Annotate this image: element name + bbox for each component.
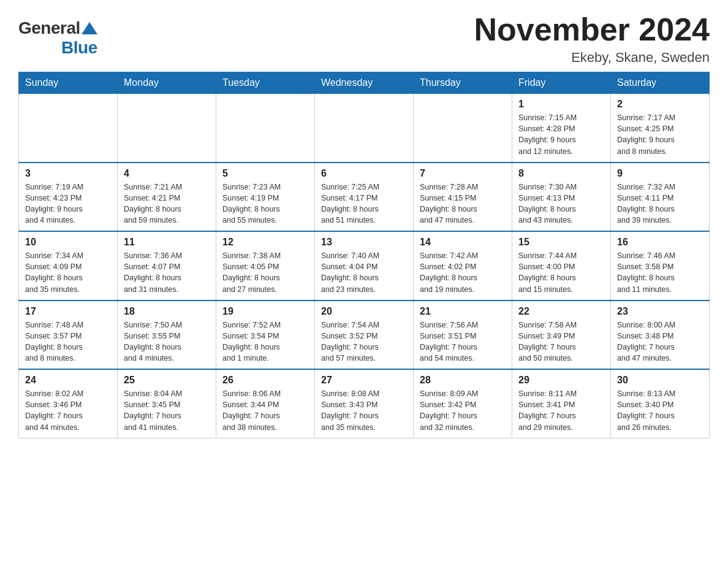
calendar-week-row: 17Sunrise: 7:48 AMSunset: 3:57 PMDayligh… [19, 301, 710, 370]
day-info: Sunrise: 7:25 AMSunset: 4:17 PMDaylight:… [321, 182, 407, 226]
day-info: Sunrise: 7:15 AMSunset: 4:28 PMDaylight:… [518, 112, 604, 157]
day-info: Sunrise: 7:52 AMSunset: 3:54 PMDaylight:… [222, 320, 308, 364]
table-row: 2Sunrise: 7:17 AMSunset: 4:25 PMDaylight… [611, 94, 710, 163]
table-row: 30Sunrise: 8:13 AMSunset: 3:40 PMDayligh… [611, 369, 710, 438]
logo-blue-text: Blue [61, 38, 97, 58]
day-info: Sunrise: 8:08 AMSunset: 3:43 PMDaylight:… [321, 388, 407, 433]
location-text: Ekeby, Skane, Sweden [474, 50, 710, 66]
table-row: 5Sunrise: 7:23 AMSunset: 4:19 PMDaylight… [216, 163, 315, 232]
page-header: General Blue November 2024 Ekeby, Skane,… [18, 12, 710, 66]
table-row: 20Sunrise: 7:54 AMSunset: 3:52 PMDayligh… [315, 301, 414, 370]
table-row: 23Sunrise: 8:00 AMSunset: 3:48 PMDayligh… [611, 301, 710, 370]
table-row: 27Sunrise: 8:08 AMSunset: 3:43 PMDayligh… [315, 369, 414, 438]
table-row: 21Sunrise: 7:56 AMSunset: 3:51 PMDayligh… [414, 301, 512, 370]
calendar-week-row: 10Sunrise: 7:34 AMSunset: 4:09 PMDayligh… [19, 231, 710, 301]
table-row: 17Sunrise: 7:48 AMSunset: 3:57 PMDayligh… [19, 301, 118, 370]
calendar-table: Sunday Monday Tuesday Wednesday Thursday… [18, 72, 710, 439]
day-number: 4 [124, 168, 210, 179]
day-number: 29 [518, 375, 604, 386]
table-row: 4Sunrise: 7:21 AMSunset: 4:21 PMDaylight… [118, 163, 216, 232]
header-sunday: Sunday [19, 72, 118, 94]
day-info: Sunrise: 8:00 AMSunset: 3:48 PMDaylight:… [617, 320, 703, 364]
table-row: 28Sunrise: 8:09 AMSunset: 3:42 PMDayligh… [414, 369, 512, 438]
day-number: 12 [222, 237, 308, 248]
day-number: 25 [124, 375, 210, 386]
calendar-header-row: Sunday Monday Tuesday Wednesday Thursday… [19, 72, 710, 94]
day-info: Sunrise: 7:54 AMSunset: 3:52 PMDaylight:… [321, 320, 407, 364]
day-info: Sunrise: 7:50 AMSunset: 3:55 PMDaylight:… [124, 320, 210, 364]
table-row: 19Sunrise: 7:52 AMSunset: 3:54 PMDayligh… [216, 301, 315, 370]
day-info: Sunrise: 7:30 AMSunset: 4:13 PMDaylight:… [518, 182, 604, 226]
table-row: 22Sunrise: 7:58 AMSunset: 3:49 PMDayligh… [512, 301, 611, 370]
day-info: Sunrise: 8:13 AMSunset: 3:40 PMDaylight:… [617, 388, 703, 433]
day-number: 13 [321, 237, 407, 248]
table-row: 25Sunrise: 8:04 AMSunset: 3:45 PMDayligh… [118, 369, 216, 438]
calendar-week-row: 24Sunrise: 8:02 AMSunset: 3:46 PMDayligh… [19, 369, 710, 438]
calendar-week-row: 1Sunrise: 7:15 AMSunset: 4:28 PMDaylight… [19, 94, 710, 163]
header-saturday: Saturday [611, 72, 710, 94]
day-info: Sunrise: 7:21 AMSunset: 4:21 PMDaylight:… [124, 182, 210, 226]
day-info: Sunrise: 7:19 AMSunset: 4:23 PMDaylight:… [25, 182, 111, 226]
day-info: Sunrise: 7:58 AMSunset: 3:49 PMDaylight:… [518, 320, 604, 364]
table-row: 29Sunrise: 8:11 AMSunset: 3:41 PMDayligh… [512, 369, 611, 438]
day-info: Sunrise: 7:17 AMSunset: 4:25 PMDaylight:… [617, 112, 703, 157]
day-info: Sunrise: 7:38 AMSunset: 4:05 PMDaylight:… [222, 250, 308, 295]
day-number: 24 [25, 375, 111, 386]
month-title: November 2024 [474, 12, 710, 47]
day-number: 26 [222, 375, 308, 386]
header-monday: Monday [118, 72, 216, 94]
day-number: 10 [25, 237, 111, 248]
day-info: Sunrise: 7:42 AMSunset: 4:02 PMDaylight:… [420, 250, 506, 295]
table-row: 26Sunrise: 8:06 AMSunset: 3:44 PMDayligh… [216, 369, 315, 438]
table-row: 7Sunrise: 7:28 AMSunset: 4:15 PMDaylight… [414, 163, 512, 232]
day-number: 30 [617, 375, 703, 386]
day-info: Sunrise: 8:11 AMSunset: 3:41 PMDaylight:… [518, 388, 604, 433]
header-friday: Friday [512, 72, 611, 94]
day-info: Sunrise: 7:36 AMSunset: 4:07 PMDaylight:… [124, 250, 210, 295]
day-number: 9 [617, 168, 703, 179]
table-row: 3Sunrise: 7:19 AMSunset: 4:23 PMDaylight… [19, 163, 118, 232]
day-number: 22 [518, 306, 604, 317]
day-number: 20 [321, 306, 407, 317]
table-row: 10Sunrise: 7:34 AMSunset: 4:09 PMDayligh… [19, 231, 118, 301]
day-info: Sunrise: 7:44 AMSunset: 4:00 PMDaylight:… [518, 250, 604, 295]
day-info: Sunrise: 7:34 AMSunset: 4:09 PMDaylight:… [25, 250, 111, 295]
day-info: Sunrise: 7:28 AMSunset: 4:15 PMDaylight:… [420, 182, 506, 226]
table-row: 15Sunrise: 7:44 AMSunset: 4:00 PMDayligh… [512, 231, 611, 301]
day-number: 1 [518, 99, 604, 110]
day-info: Sunrise: 7:40 AMSunset: 4:04 PMDaylight:… [321, 250, 407, 295]
day-number: 8 [518, 168, 604, 179]
table-row: 12Sunrise: 7:38 AMSunset: 4:05 PMDayligh… [216, 231, 315, 301]
table-row: 9Sunrise: 7:32 AMSunset: 4:11 PMDaylight… [611, 163, 710, 232]
title-area: November 2024 Ekeby, Skane, Sweden [474, 12, 710, 66]
day-number: 14 [420, 237, 506, 248]
day-number: 19 [222, 306, 308, 317]
table-row: 13Sunrise: 7:40 AMSunset: 4:04 PMDayligh… [315, 231, 414, 301]
calendar-week-row: 3Sunrise: 7:19 AMSunset: 4:23 PMDaylight… [19, 163, 710, 232]
day-info: Sunrise: 8:06 AMSunset: 3:44 PMDaylight:… [222, 388, 308, 433]
table-row: 16Sunrise: 7:46 AMSunset: 3:58 PMDayligh… [611, 231, 710, 301]
day-info: Sunrise: 7:23 AMSunset: 4:19 PMDaylight:… [222, 182, 308, 226]
table-row [19, 94, 118, 163]
day-number: 2 [617, 99, 703, 110]
day-info: Sunrise: 7:56 AMSunset: 3:51 PMDaylight:… [420, 320, 506, 364]
table-row: 8Sunrise: 7:30 AMSunset: 4:13 PMDaylight… [512, 163, 611, 232]
day-info: Sunrise: 8:04 AMSunset: 3:45 PMDaylight:… [124, 388, 210, 433]
table-row: 14Sunrise: 7:42 AMSunset: 4:02 PMDayligh… [414, 231, 512, 301]
day-info: Sunrise: 7:32 AMSunset: 4:11 PMDaylight:… [617, 182, 703, 226]
day-number: 15 [518, 237, 604, 248]
table-row: 1Sunrise: 7:15 AMSunset: 4:28 PMDaylight… [512, 94, 611, 163]
day-info: Sunrise: 8:09 AMSunset: 3:42 PMDaylight:… [420, 388, 506, 433]
table-row [118, 94, 216, 163]
table-row [216, 94, 315, 163]
day-number: 7 [420, 168, 506, 179]
day-number: 21 [420, 306, 506, 317]
day-number: 28 [420, 375, 506, 386]
logo-general-text: General [18, 18, 80, 38]
table-row [315, 94, 414, 163]
day-number: 11 [124, 237, 210, 248]
day-number: 16 [617, 237, 703, 248]
day-number: 6 [321, 168, 407, 179]
day-number: 18 [124, 306, 210, 317]
table-row: 18Sunrise: 7:50 AMSunset: 3:55 PMDayligh… [118, 301, 216, 370]
